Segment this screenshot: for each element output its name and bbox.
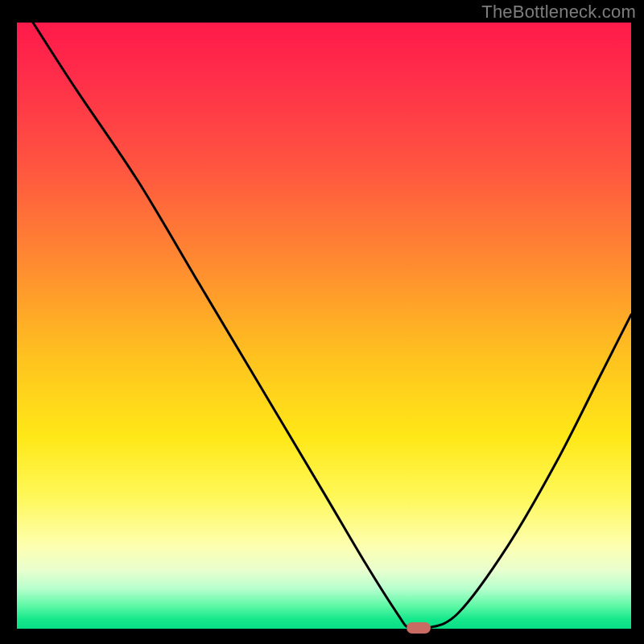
x-axis xyxy=(14,629,631,631)
optimum-marker xyxy=(407,622,431,634)
plot-area xyxy=(14,23,631,631)
curve-svg xyxy=(14,23,631,631)
watermark-text: TheBottleneck.com xyxy=(481,2,636,23)
chart-frame: TheBottleneck.com xyxy=(0,0,644,644)
y-axis xyxy=(14,23,17,631)
bottleneck-curve-path xyxy=(33,23,631,630)
